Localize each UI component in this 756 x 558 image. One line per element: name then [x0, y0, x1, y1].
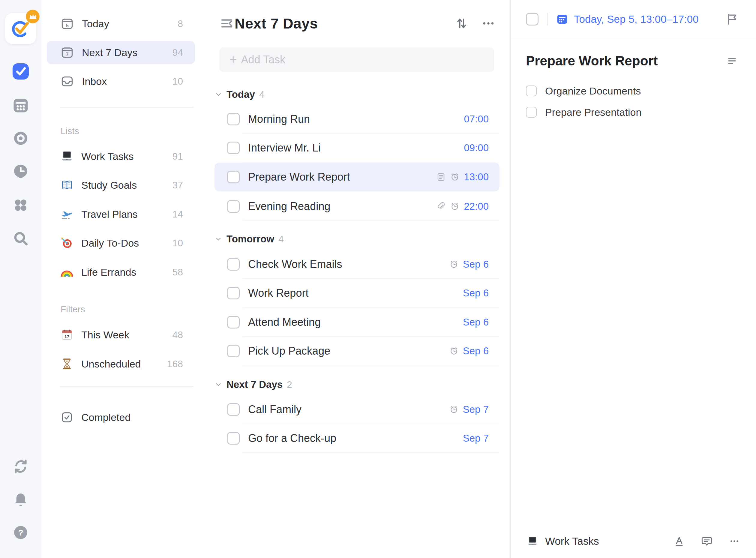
more-options-icon[interactable] [480, 15, 497, 31]
group-header-next-7-days[interactable]: Next 7 Days 2 [215, 378, 500, 391]
task-checkbox[interactable] [227, 345, 240, 357]
sidebar-item-count: 91 [172, 151, 183, 162]
task-checkbox[interactable] [227, 142, 240, 154]
task-checkbox[interactable] [227, 316, 240, 329]
svg-text:5: 5 [66, 23, 68, 28]
sidebar-item-label: Work Tasks [81, 151, 133, 162]
rail-sync-icon[interactable] [12, 458, 29, 475]
task-checkbox[interactable] [227, 258, 240, 271]
svg-text:7: 7 [66, 52, 68, 57]
rail-calendar-icon[interactable] [12, 97, 29, 114]
group-count: 4 [259, 89, 264, 100]
chevron-down-icon [215, 91, 222, 98]
group-header-tomorrow[interactable]: Tomorrow 4 [215, 232, 500, 246]
subtask-row[interactable]: Prepare Presentation [526, 101, 738, 123]
rail-search-icon[interactable] [12, 230, 29, 247]
rail-habits-icon[interactable] [12, 197, 29, 213]
subtask-row[interactable]: Organize Documents [526, 80, 738, 102]
svg-text:17: 17 [65, 334, 69, 339]
task-title: Attend Meeting [248, 316, 321, 329]
sidebar-lists-heading: Lists [60, 126, 79, 136]
sidebar-item-this-week[interactable]: 17 This Week 48 [47, 323, 195, 347]
subtask-title: Organize Documents [545, 85, 641, 97]
sidebar-toggle-icon[interactable] [219, 16, 234, 31]
task-time: 22:00 [464, 201, 489, 212]
sidebar-item-life-errands[interactable]: Life Errands 58 [47, 260, 195, 284]
group-name: Tomorrow [227, 233, 274, 245]
task-row[interactable]: Morning Run 07:00 [215, 105, 500, 133]
calendar-7-icon: 7 [60, 46, 74, 59]
add-task-input[interactable]: + Add Task [219, 47, 494, 72]
sidebar-item-label: Travel Plans [81, 208, 138, 220]
detail-task-checkbox[interactable] [526, 13, 538, 25]
title-more-icon[interactable] [725, 54, 738, 68]
task-row[interactable]: Evening Reading 22:00 [215, 192, 500, 221]
task-list-name[interactable]: Work Tasks [545, 535, 599, 547]
task-title: Morning Run [248, 113, 310, 125]
task-row[interactable]: Pick Up Package Sep 6 [215, 337, 500, 365]
sort-icon[interactable] [454, 16, 469, 31]
sidebar-item-label: Unscheduled [81, 358, 141, 370]
icon-rail: ? [0, 0, 42, 558]
sidebar-item-label: Daily To-Dos [81, 237, 139, 249]
sidebar-item-study-goals[interactable]: Study Goals 37 [47, 173, 195, 197]
subtask-checkbox[interactable] [526, 85, 537, 96]
rail-focus-icon[interactable] [12, 163, 29, 180]
rail-help-icon[interactable]: ? [12, 524, 29, 541]
sidebar-item-daily-to-dos[interactable]: Daily To-Dos 10 [47, 231, 195, 255]
sidebar-item-label: Completed [81, 412, 130, 423]
task-row[interactable]: Go for a Check-up Sep 7 [215, 424, 500, 453]
rail-eisenhower-icon[interactable] [12, 130, 29, 147]
task-checkbox[interactable] [227, 200, 240, 213]
task-date: Sep 6 [463, 345, 489, 357]
task-title: Interview Mr. Li [248, 142, 321, 154]
task-checkbox[interactable] [227, 403, 240, 416]
task-checkbox[interactable] [227, 171, 240, 183]
task-row[interactable]: Attend Meeting Sep 6 [215, 308, 500, 337]
task-row[interactable]: Check Work Emails Sep 6 [215, 250, 500, 279]
plus-icon: + [229, 53, 237, 66]
note-icon [436, 172, 446, 182]
calendar-17-emoji: 17 [60, 328, 74, 341]
task-row[interactable]: Work Report Sep 6 [215, 279, 500, 307]
sidebar-item-count: 14 [172, 209, 183, 220]
add-task-placeholder: Add Task [241, 53, 285, 66]
task-checkbox[interactable] [227, 113, 240, 125]
sidebar-item-today[interactable]: 5 Today 8 [47, 12, 195, 35]
alarm-icon [449, 405, 459, 414]
group-header-today[interactable]: Today 4 [215, 88, 500, 101]
sidebar-item-unscheduled[interactable]: Unscheduled 168 [47, 352, 195, 376]
calendar-blue-icon[interactable] [556, 13, 569, 25]
sidebar-item-travel-plans[interactable]: Travel Plans 14 [47, 203, 195, 226]
laptop-emoji [527, 535, 538, 547]
task-checkbox[interactable] [227, 432, 240, 445]
text-format-icon[interactable] [673, 535, 685, 547]
sidebar-item-completed[interactable]: Completed [47, 406, 195, 429]
task-row[interactable]: Call Family Sep 7 [215, 395, 500, 424]
comment-icon[interactable] [701, 535, 713, 547]
task-row-selected[interactable]: Prepare Work Report 13:00 [215, 162, 500, 192]
detail-toolbar: Today, Sep 5, 13:00–17:00 [511, 0, 756, 39]
task-date: Sep 7 [463, 404, 489, 415]
more-options-icon[interactable] [728, 535, 740, 547]
task-row[interactable]: Interview Mr. Li 09:00 [215, 133, 500, 162]
flag-icon[interactable] [725, 12, 738, 26]
rail-notifications-icon[interactable] [12, 491, 29, 508]
premium-crown-badge-icon [25, 9, 41, 24]
completed-icon [60, 411, 74, 424]
app-logo[interactable] [5, 13, 36, 44]
subtask-checkbox[interactable] [526, 107, 537, 118]
toolbar-divider [547, 13, 548, 25]
task-date-range[interactable]: Today, Sep 5, 13:00–17:00 [574, 13, 699, 25]
sidebar-item-work-tasks[interactable]: Work Tasks 91 [47, 145, 195, 168]
task-checkbox[interactable] [227, 287, 240, 299]
sidebar-item-next-7-days[interactable]: 7 Next 7 Days 94 [47, 41, 195, 64]
task-title: Check Work Emails [248, 258, 342, 271]
ticktick-logo-icon [5, 13, 36, 44]
sidebar-item-label: Inbox [82, 76, 107, 87]
rail-tasks-icon[interactable] [11, 62, 30, 81]
task-date: Sep 6 [463, 316, 489, 328]
sidebar: 5 Today 8 7 Next 7 Days 94 Inbox 10 List… [42, 0, 200, 558]
sidebar-item-inbox[interactable]: Inbox 10 [47, 70, 195, 93]
sidebar-item-label: Life Errands [81, 267, 136, 278]
